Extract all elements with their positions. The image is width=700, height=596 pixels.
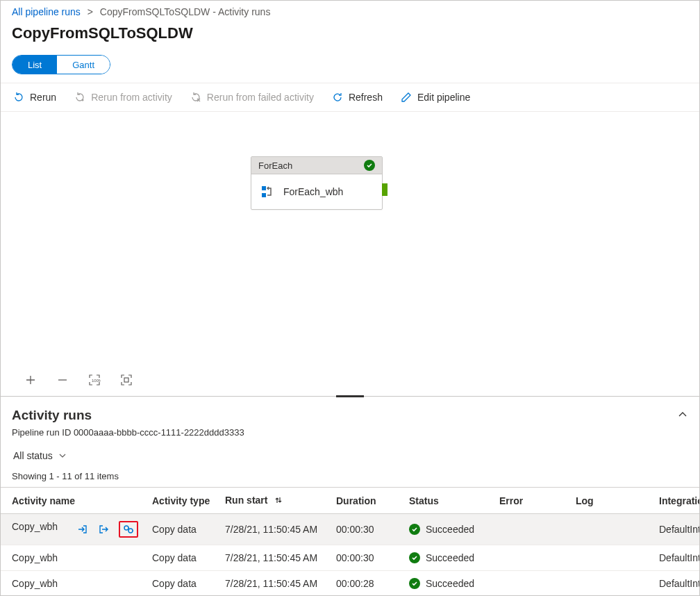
canvas-controls: 100%: [24, 374, 133, 386]
rerun-activity-label: Rerun from activity: [91, 92, 172, 103]
cell-integration-runtime: DefaultIntegrationRuntime: [653, 514, 699, 545]
rerun-from-activity-button: Rerun from activity: [67, 88, 179, 107]
cell-status: Succeeded: [403, 545, 494, 571]
col-duration[interactable]: Duration: [331, 488, 403, 514]
cell-activity-type: Copy data: [147, 514, 219, 545]
cell-activity-name: Copy_wbh: [12, 521, 58, 532]
cell-duration: 00:00:28: [331, 571, 403, 596]
rerun-activity-icon: [74, 92, 85, 103]
cell-status-text: Succeeded: [426, 552, 474, 563]
cell-activity-type: Copy data: [147, 571, 219, 596]
cell-activity-type: Copy data: [147, 545, 219, 571]
foreach-activity-node[interactable]: ForEach ForEach_wbh: [251, 156, 383, 210]
edit-label: Edit pipeline: [417, 92, 470, 103]
collapse-section-button[interactable]: [677, 409, 688, 422]
activity-runs-header: Activity runs: [1, 397, 699, 426]
cell-duration: 00:00:30: [331, 545, 403, 571]
rerun-button[interactable]: Rerun: [6, 88, 63, 107]
rerun-failed-label: Rerun from failed activity: [207, 92, 314, 103]
activity-runs-title: Activity runs: [12, 408, 92, 423]
table-row[interactable]: Copy_wbh Copy data 7/28/21, 11:50:45 AM …: [1, 514, 699, 545]
col-run-start[interactable]: Run start: [219, 488, 331, 514]
activity-runs-table-wrap: Activity name Activity type Run start Du…: [1, 487, 699, 596]
rerun-failed-icon: [190, 92, 201, 103]
cell-error: [494, 571, 570, 596]
edit-pipeline-button[interactable]: Edit pipeline: [394, 88, 477, 107]
col-log[interactable]: Log: [570, 488, 653, 514]
chevron-down-icon: [58, 452, 67, 460]
breadcrumb-root-link[interactable]: All pipeline runs: [12, 6, 81, 17]
cell-activity-name: Copy_wbh: [12, 578, 58, 589]
col-activity-name[interactable]: Activity name: [1, 488, 147, 514]
rerun-label: Rerun: [30, 92, 56, 103]
view-toggle-gantt[interactable]: Gantt: [57, 56, 110, 74]
col-integration-runtime[interactable]: Integration runtime: [653, 488, 699, 514]
cell-run-start: 7/28/21, 11:50:45 AM: [219, 545, 331, 571]
table-row[interactable]: Copy_wbh Copy data 7/28/21, 11:50:45 AM …: [1, 571, 699, 596]
zoom-in-button[interactable]: [24, 374, 37, 386]
breadcrumb-separator: >: [83, 6, 97, 17]
view-toggle: List Gantt: [12, 55, 110, 74]
svg-rect-1: [262, 186, 266, 190]
action-bar: Rerun Rerun from activity Rerun from fai…: [1, 83, 699, 112]
zoom-out-button[interactable]: [56, 374, 69, 386]
col-run-start-label: Run start: [225, 495, 267, 506]
cell-status: Succeeded: [403, 571, 494, 596]
cell-log: [570, 545, 653, 571]
success-status-icon: [364, 160, 375, 171]
table-header-row: Activity name Activity type Run start Du…: [1, 488, 699, 514]
success-icon: [409, 578, 420, 589]
cell-log: [570, 514, 653, 545]
status-filter-dropdown[interactable]: All status: [12, 447, 71, 464]
activity-node-type: ForEach: [258, 160, 292, 171]
zoom-reset-button[interactable]: 100%: [88, 374, 101, 386]
col-status[interactable]: Status: [403, 488, 494, 514]
success-icon: [409, 552, 420, 563]
breadcrumb-current: CopyFromSQLToSQLDW - Activity runs: [100, 6, 271, 17]
foreach-icon: [260, 184, 275, 199]
refresh-icon: [332, 92, 343, 103]
cell-run-start: 7/28/21, 11:50:45 AM: [219, 571, 331, 596]
activity-node-name: ForEach_wbh: [283, 186, 343, 197]
rerun-from-failed-button: Rerun from failed activity: [183, 88, 321, 107]
output-icon[interactable]: [98, 524, 109, 535]
svg-text:100%: 100%: [92, 379, 101, 383]
svg-point-0: [82, 99, 84, 101]
refresh-button[interactable]: Refresh: [325, 88, 390, 107]
cell-integration-runtime: DefaultIntegrationRuntime: [653, 545, 699, 571]
cell-duration: 00:00:30: [331, 514, 403, 545]
details-icon[interactable]: [119, 521, 138, 538]
input-icon[interactable]: [77, 524, 88, 535]
breadcrumb: All pipeline runs > CopyFromSQLToSQLDW -…: [1, 1, 699, 22]
rerun-icon: [13, 92, 24, 103]
cell-log: [570, 571, 653, 596]
activity-success-port[interactable]: [382, 183, 388, 196]
cell-run-start: 7/28/21, 11:50:45 AM: [219, 514, 331, 545]
cell-status-text: Succeeded: [426, 578, 474, 589]
status-filter-label: All status: [13, 450, 53, 461]
success-icon: [409, 524, 420, 535]
page-title: CopyFromSQLToSQLDW: [1, 22, 699, 55]
svg-rect-2: [262, 193, 266, 197]
activity-runs-table: Activity name Activity type Run start Du…: [1, 487, 699, 596]
sort-icon: [274, 495, 283, 506]
row-actions: [77, 521, 138, 538]
pipeline-canvas[interactable]: ForEach ForEach_wbh 100%: [1, 112, 699, 397]
cell-status-text: Succeeded: [426, 524, 474, 535]
svg-rect-4: [124, 378, 128, 382]
view-toggle-list[interactable]: List: [12, 56, 57, 74]
activity-node-body: ForEach_wbh: [251, 174, 382, 209]
col-activity-type[interactable]: Activity type: [147, 488, 219, 514]
cell-integration-runtime: DefaultIntegrationRuntime: [653, 571, 699, 596]
col-error[interactable]: Error: [494, 488, 570, 514]
table-row[interactable]: Copy_wbh Copy data 7/28/21, 11:50:45 AM …: [1, 545, 699, 571]
cell-error: [494, 545, 570, 571]
edit-icon: [401, 92, 412, 103]
cell-error: [494, 514, 570, 545]
zoom-fit-button[interactable]: [120, 374, 133, 386]
cell-activity-name: Copy_wbh: [12, 552, 58, 563]
pipeline-run-id: Pipeline run ID 0000aaaa-bbbb-cccc-1111-…: [1, 426, 699, 447]
activity-node-header: ForEach: [251, 157, 382, 174]
refresh-label: Refresh: [349, 92, 383, 103]
panel-resize-handle[interactable]: [336, 395, 364, 397]
